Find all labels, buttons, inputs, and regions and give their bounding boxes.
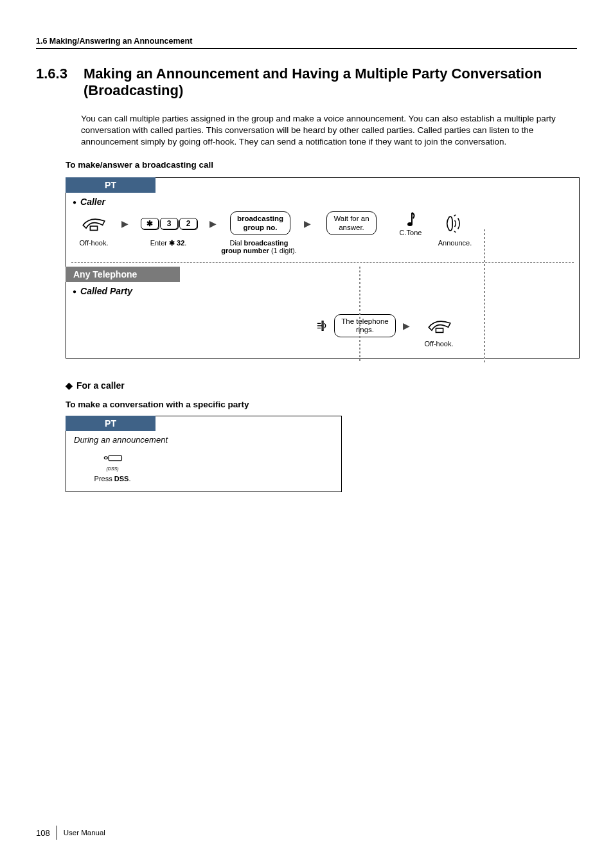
dss-tiny-label: (DSS) [74, 466, 151, 471]
arrow-icon: ▶ [208, 218, 218, 229]
footer-label: User Manual [64, 829, 105, 837]
svg-rect-0 [90, 226, 97, 230]
section-text: Making an Announcement and Having a Mult… [84, 66, 546, 99]
wait-box: Wait for an answer. [316, 211, 387, 235]
ctone-cell: C.Tone [391, 211, 431, 236]
offhook2-cell [415, 316, 464, 335]
dss-block: (DSS) Press DSS. [74, 454, 151, 483]
for-a-caller-heading: For a caller [66, 380, 577, 391]
cap-offhook2: Off-hook. [414, 340, 463, 348]
sound-icon [316, 319, 330, 333]
cap-enter: Enter ✱ 32. [133, 239, 204, 254]
key-3: 3 [160, 218, 178, 229]
svg-point-3 [104, 457, 107, 459]
dashed-separator [71, 262, 574, 263]
arrow-icon: ▶ [120, 218, 130, 229]
page-footer: 108 User Manual [36, 826, 105, 840]
broadcasting-box: broadcasting group no. [222, 211, 299, 235]
svg-rect-4 [109, 456, 121, 461]
tab-pt-2: PT [66, 416, 155, 431]
tab-any-telephone: Any Telephone [66, 267, 180, 282]
rings-box: The telephone rings. [334, 314, 396, 337]
breadcrumb: 1.6 Making/Answering an Announcement [36, 37, 192, 46]
subheading-make-answer: To make/answer a broadcasting call [66, 160, 577, 170]
cap-dial: Dial broadcastinggroup number (1 digit). [220, 239, 298, 254]
dss-button-icon [102, 454, 123, 466]
caller-label: Caller [73, 197, 579, 207]
caller-flow-row: ▶ ✱32 ▶ broadcasting group no. ▶ Wait fo… [66, 209, 579, 236]
cap-announce: Announce. [432, 239, 477, 254]
cap-offhook: Off-hook. [71, 239, 116, 254]
called-caption-row: Off-hook. [66, 337, 579, 349]
tab-pt: PT [66, 177, 155, 193]
intro-paragraph: You can call multiple parties assigned i… [81, 113, 577, 148]
announce-icon [446, 213, 468, 234]
called-party-label: Called Party [73, 286, 579, 296]
wait-answer-box: Wait for an answer. [326, 211, 376, 235]
vertical-dash-1 [359, 267, 360, 363]
page-number: 108 [36, 828, 50, 838]
svg-rect-2 [436, 328, 443, 332]
footer-divider [57, 826, 57, 840]
arrow-icon: ▶ [402, 321, 411, 331]
called-flow-row: The telephone rings. ▶ [66, 313, 579, 337]
announce-cell [434, 213, 479, 234]
page-title: 1.6.3Making an Announcement and Having a… [36, 66, 577, 99]
offhook-icon [71, 214, 116, 233]
ctone-label: C.Tone [391, 229, 431, 236]
phone-icon [427, 316, 452, 335]
section-number: 1.6.3 [36, 66, 84, 82]
music-note-icon [404, 211, 417, 229]
press-dss-caption: Press DSS. [74, 475, 151, 483]
diagram-dss: PT During an announcement (DSS) Press DS… [66, 416, 342, 492]
arrow-icon: ▶ [303, 218, 312, 229]
broadcasting-group-box: broadcasting group no. [230, 211, 290, 235]
during-announcement-label: During an announcement [74, 435, 333, 445]
vertical-dash-2 [484, 229, 485, 364]
svg-point-1 [407, 222, 413, 226]
subheading-specific-party: To make a conversation with a specific p… [66, 400, 577, 409]
key-2: 2 [179, 218, 197, 229]
key-sequence: ✱32 [134, 218, 204, 229]
caller-caption-row: Off-hook. Enter ✱ 32. Dial broadcastingg… [66, 236, 579, 256]
diagram-broadcast-flow: PT Caller ▶ ✱32 ▶ broadcasting group no.… [66, 177, 580, 359]
key-star: ✱ [141, 218, 159, 229]
rings-cell: The telephone rings. [314, 314, 398, 337]
